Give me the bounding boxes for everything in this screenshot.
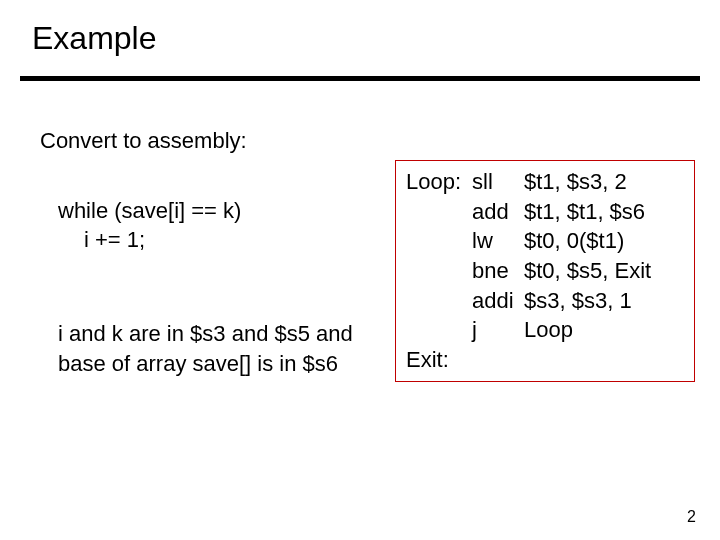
asm-row: add $t1, $t1, $s6 — [406, 197, 684, 227]
asm-row: j Loop — [406, 315, 684, 345]
page-number: 2 — [687, 508, 696, 526]
slide: Example Convert to assembly: while (save… — [0, 0, 720, 540]
asm-args: $t0, $s5, Exit — [524, 256, 684, 286]
divider — [20, 76, 700, 81]
asm-args: $t0, 0($t1) — [524, 226, 684, 256]
asm-op: bne — [472, 256, 524, 286]
asm-op: j — [472, 315, 524, 345]
asm-args: $t1, $s3, 2 — [524, 167, 684, 197]
asm-label — [406, 197, 472, 227]
asm-op: sll — [472, 167, 524, 197]
asm-op: add — [472, 197, 524, 227]
note-line-1: i and k are in $s3 and $s5 and — [40, 319, 385, 349]
assembly-box: Loop: sll $t1, $s3, 2 add $t1, $t1, $s6 … — [395, 160, 695, 382]
slide-title: Example — [32, 20, 157, 57]
note-line-2: base of array save[] is in $s6 — [40, 349, 385, 379]
while-line: while (save[i] == k) — [40, 196, 385, 226]
asm-row: Loop: sll $t1, $s3, 2 — [406, 167, 684, 197]
asm-label — [406, 286, 472, 316]
asm-args — [524, 345, 684, 375]
asm-label — [406, 226, 472, 256]
asm-op: lw — [472, 226, 524, 256]
asm-row: Exit: — [406, 345, 684, 375]
asm-label — [406, 256, 472, 286]
asm-op — [472, 345, 524, 375]
asm-row: addi $s3, $s3, 1 — [406, 286, 684, 316]
convert-line: Convert to assembly: — [40, 126, 385, 156]
asm-label: Exit: — [406, 345, 472, 375]
asm-args: $s3, $s3, 1 — [524, 286, 684, 316]
asm-args: $t1, $t1, $s6 — [524, 197, 684, 227]
asm-row: bne $t0, $s5, Exit — [406, 256, 684, 286]
asm-label — [406, 315, 472, 345]
asm-label: Loop: — [406, 167, 472, 197]
left-column: Convert to assembly: while (save[i] == k… — [40, 126, 385, 378]
asm-row: lw $t0, 0($t1) — [406, 226, 684, 256]
increment-line: i += 1; — [40, 225, 385, 255]
asm-op: addi — [472, 286, 524, 316]
asm-args: Loop — [524, 315, 684, 345]
